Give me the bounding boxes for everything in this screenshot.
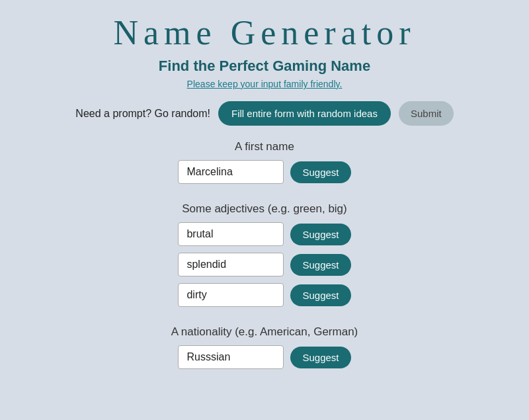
first-name-section: A first name Suggest bbox=[79, 140, 450, 190]
first-name-input[interactable] bbox=[178, 160, 284, 184]
random-prompt-text: Need a prompt? Go random! bbox=[75, 108, 210, 120]
adjective-3-row: Suggest bbox=[178, 283, 350, 307]
adjective-3-suggest-button[interactable]: Suggest bbox=[290, 284, 350, 306]
random-prompt-row: Need a prompt? Go random! Fill entire fo… bbox=[75, 101, 453, 126]
adjective-1-row: Suggest bbox=[178, 222, 350, 246]
nationality-label: A nationality (e.g. American, German) bbox=[171, 325, 358, 339]
adjective-2-suggest-button[interactable]: Suggest bbox=[290, 254, 350, 276]
note-text-suffix: family friendly. bbox=[281, 79, 342, 89]
adjective-1-input[interactable] bbox=[178, 222, 284, 246]
adjectives-label: Some adjectives (e.g. green, big) bbox=[182, 202, 346, 216]
adjective-2-input[interactable] bbox=[178, 253, 284, 276]
note-link: input bbox=[261, 79, 281, 89]
first-name-label: A first name bbox=[235, 140, 294, 153]
submit-button[interactable]: Submit bbox=[399, 101, 454, 126]
first-name-suggest-button[interactable]: Suggest bbox=[290, 161, 350, 183]
adjective-3-input[interactable] bbox=[178, 283, 284, 307]
fill-random-button[interactable]: Fill entire form with random ideas bbox=[218, 101, 391, 126]
nationality-input-row: Suggest bbox=[178, 345, 350, 369]
page-subtitle: Find the Perfect Gaming Name bbox=[159, 58, 370, 75]
note-text-prefix: Please keep your bbox=[187, 79, 261, 89]
page-title: Name Generator bbox=[113, 13, 415, 52]
family-friendly-note: Please keep your input family friendly. bbox=[187, 79, 343, 89]
adjective-1-suggest-button[interactable]: Suggest bbox=[290, 224, 350, 245]
first-name-input-row: Suggest bbox=[178, 160, 350, 184]
nationality-suggest-button[interactable]: Suggest bbox=[290, 347, 350, 368]
nationality-section: A nationality (e.g. American, German) Su… bbox=[79, 325, 450, 376]
adjective-2-row: Suggest bbox=[178, 253, 350, 276]
nationality-input[interactable] bbox=[178, 345, 284, 369]
adjectives-section: Some adjectives (e.g. green, big) Sugges… bbox=[79, 202, 450, 314]
